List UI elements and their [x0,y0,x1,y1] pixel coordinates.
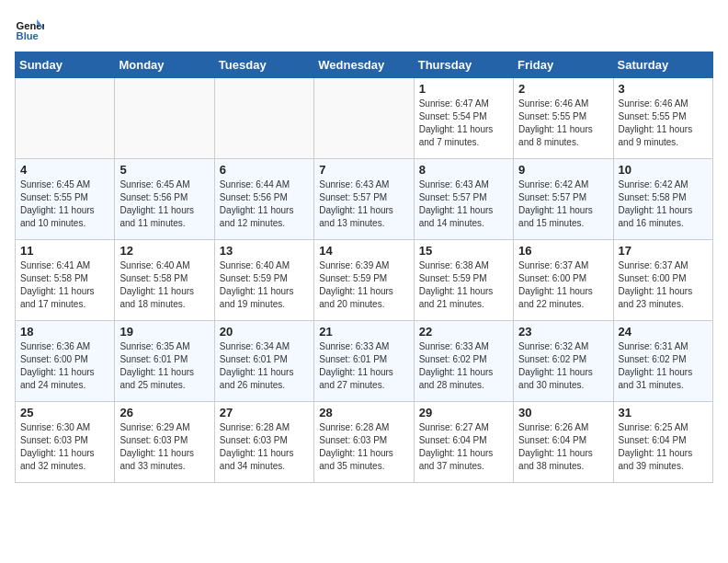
calendar-cell: 4Sunrise: 6:45 AMSunset: 5:55 PMDaylight… [16,159,115,240]
calendar-cell: 29Sunrise: 6:27 AMSunset: 6:04 PMDayligh… [414,402,513,483]
day-info: Sunrise: 6:45 AMSunset: 5:55 PMDaylight:… [20,178,109,230]
day-number: 30 [518,406,608,419]
day-number: 1 [419,82,508,96]
weekday-header: Friday [514,52,613,78]
day-info: Sunrise: 6:43 AMSunset: 5:57 PMDaylight:… [319,178,408,230]
calendar-cell: 1Sunrise: 6:47 AMSunset: 5:54 PMDaylight… [414,78,513,159]
calendar-cell: 18Sunrise: 6:36 AMSunset: 6:00 PMDayligh… [16,321,115,402]
calendar-cell: 11Sunrise: 6:41 AMSunset: 5:58 PMDayligh… [16,240,115,321]
calendar-cell [314,78,414,159]
day-info: Sunrise: 6:46 AMSunset: 5:55 PMDaylight:… [518,98,608,149]
calendar-cell: 14Sunrise: 6:39 AMSunset: 5:59 PMDayligh… [314,240,414,321]
day-number: 6 [220,163,309,177]
day-number: 24 [619,325,708,339]
day-info: Sunrise: 6:39 AMSunset: 5:59 PMDaylight:… [319,259,408,311]
day-number: 2 [518,82,608,96]
day-number: 17 [619,244,708,258]
day-info: Sunrise: 6:30 AMSunset: 6:03 PMDaylight:… [20,421,109,473]
calendar-cell: 3Sunrise: 6:46 AMSunset: 5:55 PMDaylight… [613,78,712,159]
weekday-header: Wednesday [314,52,414,78]
calendar-cell: 27Sunrise: 6:28 AMSunset: 6:03 PMDayligh… [214,402,313,483]
calendar-cell: 8Sunrise: 6:43 AMSunset: 5:57 PMDaylight… [414,159,513,240]
calendar-table: SundayMondayTuesdayWednesdayThursdayFrid… [15,52,713,483]
day-number: 7 [319,163,408,177]
day-number: 10 [619,163,708,177]
day-info: Sunrise: 6:37 AMSunset: 6:00 PMDaylight:… [619,259,708,311]
day-number: 23 [518,325,608,339]
calendar-cell [214,78,313,159]
header: General Blue [15,15,713,44]
day-number: 11 [20,244,109,258]
calendar-cell: 5Sunrise: 6:45 AMSunset: 5:56 PMDaylight… [115,159,214,240]
day-info: Sunrise: 6:43 AMSunset: 5:57 PMDaylight:… [419,178,508,230]
day-info: Sunrise: 6:32 AMSunset: 6:02 PMDaylight:… [518,340,608,392]
weekday-header: Sunday [16,52,115,78]
day-number: 16 [518,244,608,258]
day-number: 15 [419,244,508,258]
calendar-cell [16,78,115,159]
day-number: 3 [619,82,708,96]
day-number: 27 [220,406,309,419]
day-number: 26 [119,406,209,419]
day-number: 12 [119,244,209,258]
day-number: 19 [119,325,209,339]
day-info: Sunrise: 6:47 AMSunset: 5:54 PMDaylight:… [419,98,508,149]
day-number: 22 [419,325,508,339]
day-info: Sunrise: 6:38 AMSunset: 5:59 PMDaylight:… [419,259,508,311]
day-info: Sunrise: 6:35 AMSunset: 6:01 PMDaylight:… [119,340,209,392]
day-number: 20 [220,325,309,339]
calendar-cell: 12Sunrise: 6:40 AMSunset: 5:58 PMDayligh… [115,240,214,321]
calendar-cell: 10Sunrise: 6:42 AMSunset: 5:58 PMDayligh… [613,159,712,240]
day-info: Sunrise: 6:45 AMSunset: 5:56 PMDaylight:… [119,178,209,230]
day-info: Sunrise: 6:27 AMSunset: 6:04 PMDaylight:… [419,421,508,473]
day-number: 5 [119,163,209,177]
day-info: Sunrise: 6:29 AMSunset: 6:03 PMDaylight:… [119,421,209,473]
calendar-cell: 19Sunrise: 6:35 AMSunset: 6:01 PMDayligh… [115,321,214,402]
svg-text:Blue: Blue [17,30,39,41]
day-info: Sunrise: 6:37 AMSunset: 6:00 PMDaylight:… [518,259,608,311]
weekday-header: Tuesday [214,52,313,78]
calendar-cell: 2Sunrise: 6:46 AMSunset: 5:55 PMDaylight… [514,78,613,159]
calendar-cell: 26Sunrise: 6:29 AMSunset: 6:03 PMDayligh… [115,402,214,483]
weekday-header: Monday [115,52,214,78]
day-info: Sunrise: 6:28 AMSunset: 6:03 PMDaylight:… [319,421,408,473]
day-info: Sunrise: 6:36 AMSunset: 6:00 PMDaylight:… [20,340,109,392]
day-info: Sunrise: 6:40 AMSunset: 5:59 PMDaylight:… [220,259,309,311]
day-info: Sunrise: 6:40 AMSunset: 5:58 PMDaylight:… [119,259,209,311]
day-number: 9 [518,163,608,177]
calendar-cell: 30Sunrise: 6:26 AMSunset: 6:04 PMDayligh… [514,402,613,483]
calendar-cell [115,78,214,159]
calendar-cell: 28Sunrise: 6:28 AMSunset: 6:03 PMDayligh… [314,402,414,483]
calendar-cell: 22Sunrise: 6:33 AMSunset: 6:02 PMDayligh… [414,321,513,402]
calendar-cell: 15Sunrise: 6:38 AMSunset: 5:59 PMDayligh… [414,240,513,321]
calendar-cell: 23Sunrise: 6:32 AMSunset: 6:02 PMDayligh… [514,321,613,402]
day-info: Sunrise: 6:28 AMSunset: 6:03 PMDaylight:… [220,421,309,473]
day-number: 28 [319,406,408,419]
day-number: 4 [20,163,109,177]
day-number: 18 [20,325,109,339]
logo: General Blue [15,15,48,44]
calendar-cell: 20Sunrise: 6:34 AMSunset: 6:01 PMDayligh… [214,321,313,402]
calendar-cell: 9Sunrise: 6:42 AMSunset: 5:57 PMDaylight… [514,159,613,240]
day-info: Sunrise: 6:44 AMSunset: 5:56 PMDaylight:… [220,178,309,230]
calendar-cell: 31Sunrise: 6:25 AMSunset: 6:04 PMDayligh… [613,402,712,483]
day-number: 14 [319,244,408,258]
day-info: Sunrise: 6:33 AMSunset: 6:02 PMDaylight:… [419,340,508,392]
day-number: 25 [20,406,109,419]
weekday-header: Thursday [414,52,513,78]
day-info: Sunrise: 6:26 AMSunset: 6:04 PMDaylight:… [518,421,608,473]
day-info: Sunrise: 6:31 AMSunset: 6:02 PMDaylight:… [619,340,708,392]
weekday-header: Saturday [613,52,712,78]
day-info: Sunrise: 6:42 AMSunset: 5:58 PMDaylight:… [619,178,708,230]
day-info: Sunrise: 6:42 AMSunset: 5:57 PMDaylight:… [518,178,608,230]
calendar-cell: 13Sunrise: 6:40 AMSunset: 5:59 PMDayligh… [214,240,313,321]
day-info: Sunrise: 6:33 AMSunset: 6:01 PMDaylight:… [319,340,408,392]
day-number: 13 [220,244,309,258]
day-info: Sunrise: 6:46 AMSunset: 5:55 PMDaylight:… [619,98,708,149]
day-info: Sunrise: 6:25 AMSunset: 6:04 PMDaylight:… [619,421,708,473]
calendar-cell: 24Sunrise: 6:31 AMSunset: 6:02 PMDayligh… [613,321,712,402]
calendar-cell: 21Sunrise: 6:33 AMSunset: 6:01 PMDayligh… [314,321,414,402]
day-number: 21 [319,325,408,339]
day-number: 31 [619,406,708,419]
calendar-cell: 25Sunrise: 6:30 AMSunset: 6:03 PMDayligh… [16,402,115,483]
